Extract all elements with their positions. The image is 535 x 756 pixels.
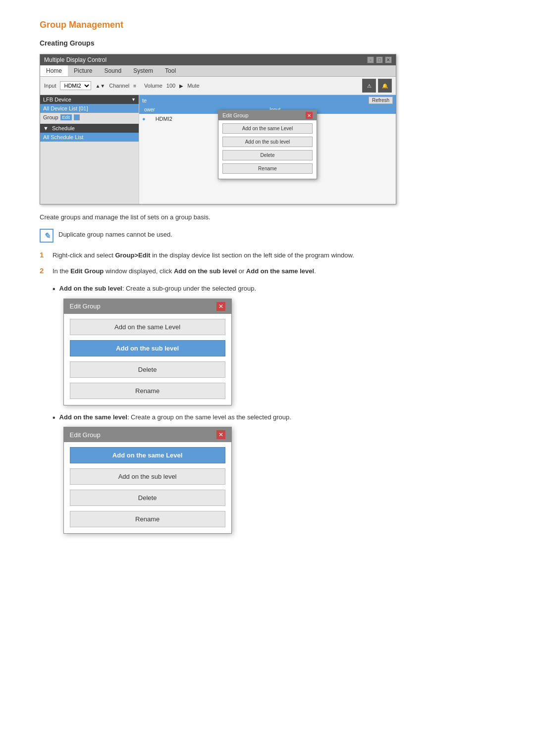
volume-label: Volume [144, 83, 162, 89]
small-add-same-level-btn[interactable]: Add on the same Level [222, 123, 313, 134]
step-1-text: Right-click and select Group>Edit in the… [53, 251, 354, 260]
volume-value: 100 [166, 83, 175, 89]
menu-picture[interactable]: Picture [68, 65, 98, 76]
section-title: Creating Groups [40, 39, 495, 47]
menu-home[interactable]: Home [40, 65, 68, 76]
sub-item-2-content: Add on the same level: Create a group on… [59, 412, 495, 534]
dialog-1-add-sub-btn[interactable]: Add on the sub level [70, 340, 225, 356]
note-text: Duplicate group names cannot be used. [58, 229, 172, 238]
schedule-header: ▼ Schedule [40, 124, 139, 133]
app-main-header: te Refresh [139, 95, 396, 105]
edit-button[interactable]: Edit [60, 114, 72, 120]
app-toolbar: Input HDMI2 ▲▼ Channel ≡ Volume 100 ▶ Mu… [40, 77, 396, 95]
small-add-sub-level-btn[interactable]: Add on the sub level [222, 137, 313, 147]
dialog-1-title: Edit Group [70, 302, 101, 310]
steps-list: 1 Right-click and select Group>Edit in t… [40, 251, 495, 276]
dialog-2-add-same-btn[interactable]: Add on the same Level [70, 447, 225, 463]
input-value: HDMI2 [156, 116, 172, 122]
group-checkbox[interactable] [74, 114, 80, 120]
step-2: 2 In the Edit Group window displayed, cl… [40, 266, 495, 276]
menu-tool[interactable]: Tool [159, 65, 182, 76]
minimize-btn[interactable]: - [367, 56, 374, 63]
dialog-2-close[interactable]: ✕ [216, 430, 225, 439]
sub-item-2-text: Add on the same level: Create a group on… [59, 412, 495, 422]
fault-device-icon: ⚠ [362, 79, 376, 93]
note-icon: ✎ [40, 229, 54, 243]
dialog-2-title: Edit Group [70, 431, 101, 439]
small-rename-btn[interactable]: Rename [222, 163, 313, 174]
description: Create groups and manage the list of set… [40, 213, 495, 221]
all-schedule-item[interactable]: All Schedule List [40, 133, 139, 142]
group-label: Group [43, 114, 58, 120]
dialog-1-close[interactable]: ✕ [216, 302, 225, 311]
app-titlebar: Multiple Display Control - □ ✕ [40, 54, 396, 65]
group-row: Group Edit [40, 113, 139, 122]
sub-items: • Add on the sub level: Create a sub-gro… [53, 284, 495, 534]
bullet-1: • [53, 284, 55, 294]
step-1-number: 1 [40, 251, 48, 259]
bullet-2: • [53, 413, 55, 422]
sub-item-2: • Add on the same level: Create a group … [53, 412, 495, 534]
dialog-1-delete-btn[interactable]: Delete [70, 361, 225, 378]
menu-sound[interactable]: Sound [98, 65, 127, 76]
step-2-text: In the Edit Group window displayed, clic… [53, 266, 316, 276]
channel-label: Channel [109, 83, 129, 89]
edit-group-dialog-small: Edit Group ✕ Add on the same Level Add o… [218, 110, 317, 179]
lfb-device-header: LFB Device ▼ [40, 95, 139, 104]
dialog-title-small: Edit Group [222, 112, 249, 118]
fault-device-alert-icon: 🔔 [378, 79, 392, 93]
sub-item-1-text: Add on the sub level: Create a sub-group… [59, 284, 495, 294]
toolbar-icons: ⚠ 🔔 [362, 79, 392, 93]
note-box: ✎ Duplicate group names cannot be used. [40, 229, 495, 243]
dialog-2-delete-btn[interactable]: Delete [70, 490, 225, 506]
titlebar-controls: - □ ✕ [367, 56, 392, 63]
app-body: LFB Device ▼ All Device List [01] Group … [40, 95, 396, 204]
schedule-section: ▼ Schedule All Schedule List [40, 124, 139, 142]
all-devices-item[interactable]: All Device List [01] [40, 104, 139, 113]
app-menubar: Home Picture Sound System Tool [40, 65, 396, 77]
dialog-titlebar-2: Edit Group ✕ [64, 427, 231, 442]
mute-label[interactable]: Mute [187, 83, 199, 89]
edit-group-dialog-2: Edit Group ✕ Add on the same Level Add o… [63, 427, 232, 534]
close-btn[interactable]: ✕ [385, 56, 392, 63]
small-delete-btn[interactable]: Delete [222, 150, 313, 160]
main-header-text: te [142, 98, 147, 103]
dialog-close-small[interactable]: ✕ [306, 112, 313, 119]
app-window-title: Multiple Display Control [44, 56, 107, 63]
maximize-btn[interactable]: □ [376, 56, 383, 63]
app-main: te Refresh ower Input ● HDMI2 Edit Group… [139, 95, 396, 204]
edit-group-dialog-1: Edit Group ✕ Add on the same Level Add o… [63, 299, 232, 405]
dialog-2-rename-btn[interactable]: Rename [70, 511, 225, 527]
input-label: Input [44, 83, 56, 89]
hdmi-select[interactable]: HDMI2 [60, 81, 91, 90]
dialog-2-add-sub-btn[interactable]: Add on the sub level [70, 468, 225, 485]
dialog-titlebar-small: Edit Group ✕ [218, 110, 317, 120]
app-window: Multiple Display Control - □ ✕ Home Pict… [40, 54, 396, 204]
step-2-number: 2 [40, 266, 48, 275]
page-title: Group Management [40, 20, 495, 30]
sub-item-1: • Add on the sub level: Create a sub-gro… [53, 284, 495, 405]
app-sidebar: LFB Device ▼ All Device List [01] Group … [40, 95, 139, 204]
refresh-button[interactable]: Refresh [369, 97, 393, 104]
step-1: 1 Right-click and select Group>Edit in t… [40, 251, 495, 260]
menu-system[interactable]: System [127, 65, 159, 76]
dialog-titlebar-1: Edit Group ✕ [64, 299, 231, 314]
dialog-1-add-same-btn[interactable]: Add on the same Level [70, 319, 225, 335]
power-circle: ● [142, 116, 146, 122]
dialog-1-rename-btn[interactable]: Rename [70, 383, 225, 399]
sub-item-1-content: Add on the sub level: Create a sub-group… [59, 284, 495, 405]
